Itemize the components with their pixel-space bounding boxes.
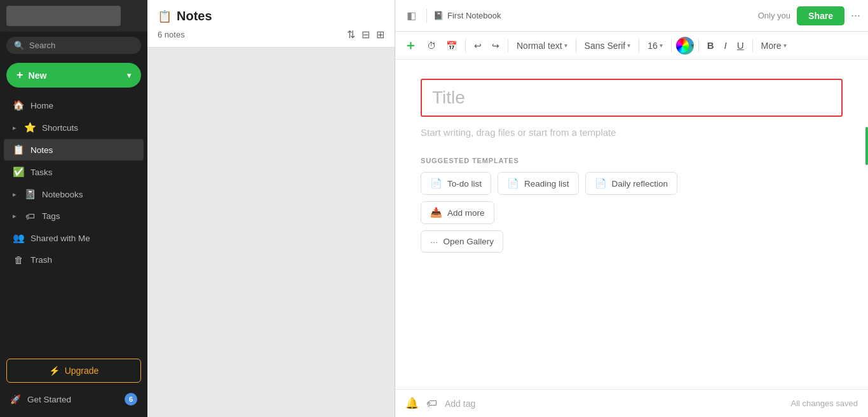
add-content-button[interactable]: ＋ (400, 36, 421, 55)
text-style-dropdown[interactable]: Normal text ▾ (513, 38, 571, 53)
get-started-label: Get Started (27, 395, 71, 404)
chevron-down-icon: ▾ (783, 42, 787, 49)
toolbar-divider (698, 39, 699, 53)
sidebar-item-label: Notes (31, 145, 53, 155)
daily-template-icon: 📄 (595, 178, 607, 189)
sidebar-item-trash[interactable]: 🗑 Trash (4, 249, 144, 270)
notes-meta: 6 notes ⇅ ⊟ ⊞ (158, 29, 384, 41)
sidebar-item-shortcuts[interactable]: ▸ ⭐ Shortcuts (4, 117, 144, 138)
bold-button[interactable]: B (703, 37, 718, 53)
upgrade-icon: ⚡ (49, 366, 60, 376)
editor-body[interactable]: Title Start writing, drag files or start… (395, 60, 868, 389)
editor-panel: ◧ 📓 First Notebook Only you Share ··· ＋ … (395, 0, 868, 417)
notes-icon: 📋 (13, 144, 24, 156)
filter-icon[interactable]: ⊟ (362, 29, 370, 41)
tag-person-icon[interactable]: 🏷 (426, 397, 437, 410)
notes-panel-icon: 📋 (158, 10, 172, 23)
font-label: Sans Serif (585, 41, 626, 51)
sidebar-item-label: Home (31, 101, 53, 110)
app-logo (6, 6, 121, 26)
all-changes-saved: All changes saved (790, 399, 858, 408)
title-placeholder: Title (432, 88, 465, 108)
template-row-3: ··· Open Gallery (421, 230, 843, 253)
template-row-1: 📄 To-do list 📄 Reading list 📄 Daily refl… (421, 172, 843, 195)
sidebar-item-label: Notebooks (42, 190, 83, 199)
font-dropdown[interactable]: Sans Serif ▾ (581, 38, 635, 53)
nav-section: 🏠 Home ▸ ⭐ Shortcuts 📋 Notes ✅ Tasks ▸ 📓… (0, 91, 147, 274)
scroll-indicator (865, 127, 868, 165)
upgrade-button[interactable]: ⚡ Upgrade (6, 359, 141, 383)
share-button[interactable]: Share (797, 6, 844, 25)
daily-template-label: Daily reflection (612, 179, 668, 189)
chevron-down-icon: ▾ (660, 42, 663, 49)
underline-button[interactable]: U (733, 37, 748, 53)
notes-header: 📋 Notes 6 notes ⇅ ⊟ ⊞ (147, 0, 395, 48)
sidebar-item-home[interactable]: 🏠 Home (4, 95, 144, 116)
new-button[interactable]: + New ▾ (6, 63, 141, 88)
toolbar-divider (671, 39, 672, 53)
sidebar-item-notebooks[interactable]: ▸ 📓 Notebooks (4, 183, 144, 205)
sidebar-item-notes[interactable]: 📋 Notes (4, 139, 144, 161)
sidebar-top (0, 0, 147, 32)
sidebar: 🔍 Search + New ▾ 🏠 Home ▸ ⭐ Shortcuts 📋 … (0, 0, 147, 417)
redo-button[interactable]: ↪ (488, 38, 503, 53)
topbar-right: Only you Share ··· (758, 6, 860, 25)
notebook-name: First Notebook (447, 11, 501, 20)
add-tag-text[interactable]: Add tag (445, 399, 475, 409)
tasks-icon: ✅ (13, 166, 24, 178)
sidebar-item-shared[interactable]: 👥 Shared with Me (4, 227, 144, 249)
template-open-gallery[interactable]: ··· Open Gallery (421, 230, 503, 253)
tags-icon: 🏷 (24, 211, 36, 222)
color-picker-button[interactable]: ▾ (676, 37, 694, 55)
toolbar-divider (576, 39, 576, 53)
sidebar-item-tasks[interactable]: ✅ Tasks (4, 161, 144, 183)
sidebar-item-label: Tags (42, 211, 60, 221)
search-bar[interactable]: 🔍 Search (6, 37, 141, 54)
clock-button[interactable]: ⏱ (423, 38, 440, 53)
more-formatting-button[interactable]: More ▾ (757, 38, 790, 53)
chevron-down-icon: ▾ (627, 42, 630, 49)
toolbar-divider (752, 39, 753, 53)
font-size-dropdown[interactable]: 16 ▾ (644, 38, 667, 53)
breadcrumb[interactable]: 📓 First Notebook (433, 11, 501, 20)
toolbar-divider (639, 39, 639, 53)
chevron-down-icon: ▾ (691, 42, 694, 49)
notes-panel: 📋 Notes 6 notes ⇅ ⊟ ⊞ (147, 0, 395, 417)
chevron-right-icon: ▸ (13, 212, 17, 220)
sidebar-item-label: Shortcuts (42, 123, 78, 133)
rocket-icon: 🚀 (10, 394, 21, 404)
title-field[interactable]: Title (421, 79, 843, 117)
toolbar-divider (465, 39, 466, 53)
notes-list (147, 48, 395, 417)
chevron-down-icon: ▾ (564, 42, 567, 49)
sidebar-toggle-icon[interactable]: ◧ (403, 7, 420, 24)
chevron-right-icon: ▸ (13, 190, 17, 199)
trash-icon: 🗑 (13, 255, 24, 265)
sort-icon[interactable]: ⇅ (347, 29, 355, 41)
template-add-more[interactable]: 📥 Add more (421, 201, 494, 224)
more-options-icon[interactable]: ··· (851, 9, 860, 22)
notebooks-icon: 📓 (24, 189, 36, 200)
gallery-icon: ··· (430, 236, 438, 247)
notes-count: 6 notes (158, 30, 185, 39)
color-circle-icon (676, 39, 689, 53)
sidebar-item-tags[interactable]: ▸ 🏷 Tags (4, 206, 144, 227)
get-started-item[interactable]: 🚀 Get Started 6 (6, 388, 141, 411)
calendar-button[interactable]: 📅 (442, 38, 461, 53)
sidebar-item-label: Trash (31, 255, 52, 265)
sharing-status: Only you (758, 11, 790, 20)
sidebar-item-label: Tasks (31, 168, 53, 177)
chevron-down-icon: ▾ (127, 71, 131, 80)
bell-icon[interactable]: 🔔 (405, 397, 419, 410)
italic-button[interactable]: I (721, 37, 731, 53)
suggested-templates-label: SUGGESTED TEMPLATES (421, 157, 843, 164)
notes-toolbar: ⇅ ⊟ ⊞ (347, 29, 384, 41)
undo-button[interactable]: ↩ (470, 38, 485, 53)
text-style-label: Normal text (517, 41, 562, 51)
view-toggle-icon[interactable]: ⊞ (376, 29, 384, 41)
template-todo[interactable]: 📄 To-do list (421, 172, 491, 195)
plus-icon: + (17, 69, 24, 82)
template-reading[interactable]: 📄 Reading list (498, 172, 579, 195)
template-daily[interactable]: 📄 Daily reflection (585, 172, 678, 195)
body-placeholder[interactable]: Start writing, drag files or start from … (421, 127, 843, 138)
